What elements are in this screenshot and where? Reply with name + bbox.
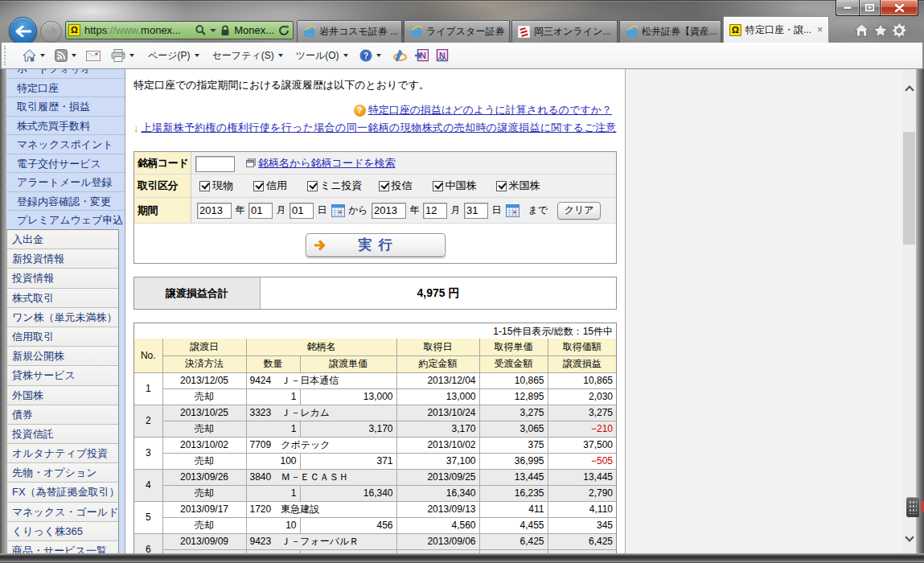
feeds-button[interactable]	[55, 49, 76, 62]
sidebar-service-item[interactable]: 投資信託	[7, 425, 118, 444]
checkbox-box[interactable]	[379, 181, 389, 191]
sidebar-account-item[interactable]: 登録内容確認・変更	[6, 192, 125, 212]
sidebar-service-item[interactable]: 外国株	[7, 386, 118, 405]
back-button[interactable]	[9, 17, 37, 45]
sidebar-account-item[interactable]: マネックスポイント	[6, 135, 125, 154]
mail-button[interactable]	[86, 51, 101, 61]
from-day-input[interactable]	[290, 203, 314, 219]
checkbox-box[interactable]	[433, 181, 443, 191]
favorites-button[interactable]	[873, 23, 888, 37]
sidebar-account-item[interactable]: アラートメール登録	[6, 173, 125, 192]
col-header-acq-amount: 取得価額	[548, 339, 616, 355]
close-button[interactable]	[880, 0, 918, 16]
from-month-input[interactable]	[248, 203, 273, 219]
tab-2[interactable]: ライブスター証券	[404, 20, 510, 43]
checkbox-box[interactable]	[307, 181, 318, 191]
checkbox-box[interactable]	[199, 181, 210, 191]
sidebar-service-item[interactable]: 債券	[7, 405, 118, 425]
record-row-top: 52013/09/171720 東急建設2013/09/134114,110	[134, 501, 616, 517]
tab-close-icon[interactable]: ×	[817, 25, 823, 35]
send-to-onenote-button[interactable]: N	[415, 49, 429, 62]
sidebar-account-item[interactable]: 電子交付サービス	[6, 154, 125, 174]
sidebar-service-item[interactable]: 先物・オプション	[7, 463, 118, 483]
col-header-acq-price: 取得単価	[479, 339, 548, 355]
execute-button[interactable]: 実 行	[306, 233, 446, 257]
monex-favicon: Ω	[729, 24, 741, 36]
checkbox-信用[interactable]: 信用	[253, 179, 287, 193]
certificate-name[interactable]: Monex...	[234, 24, 274, 36]
sidebar-service-item[interactable]: ワン株（単元未満株）	[7, 308, 118, 327]
from-year-input[interactable]	[197, 203, 232, 219]
safety-menu[interactable]: セーフティ(S)	[212, 49, 283, 63]
sidebar-account-item[interactable]: 株式売買手数料	[6, 117, 125, 136]
refresh-icon[interactable]	[278, 25, 290, 36]
sidebar-service-item[interactable]: 新投資情報	[7, 249, 118, 269]
tab-5-active[interactable]: Ω特定口座・譲...×	[723, 16, 829, 43]
cell-name: 1720 東急建設	[246, 501, 396, 517]
tab-3[interactable]: 岡三オンライン...	[511, 20, 618, 43]
scroll-up-arrow[interactable]	[905, 85, 914, 94]
maximize-button[interactable]	[859, 0, 880, 16]
sidebar-service-item[interactable]: FX（為替証拠金取引）	[7, 483, 118, 502]
page-menu[interactable]: ページ(P)	[148, 49, 199, 63]
sidebar-service-item[interactable]: 入出金	[7, 230, 118, 249]
edge-grip-widget[interactable]	[906, 497, 919, 517]
search-dropdown-caret[interactable]	[210, 29, 216, 32]
sidebar-account-item[interactable]: 取引履歴・損益	[6, 97, 125, 117]
code-input[interactable]	[195, 156, 235, 172]
checkbox-中国株[interactable]: 中国株	[433, 179, 477, 193]
cell-contract: 37,100	[396, 453, 479, 469]
forward-arrow-icon	[45, 27, 57, 36]
cell-pl	[548, 549, 616, 553]
sidebar-service-item[interactable]: 貸株サービス	[7, 366, 118, 385]
forward-button[interactable]	[40, 21, 62, 43]
sidebar-service-item[interactable]: オルタナティブ投資	[7, 444, 118, 463]
vertical-scrollbar[interactable]	[902, 69, 916, 553]
sidebar-service-item[interactable]: 信用取引	[7, 327, 118, 347]
sidebar-account-item[interactable]: ポートフォリオ	[6, 69, 125, 79]
minimize-button[interactable]	[836, 0, 859, 16]
address-url[interactable]: https://www.monex...	[84, 24, 181, 36]
notice-link[interactable]: 上場新株予約権の権利行使を行った場合の同一銘柄の現物株式の売却時の譲渡損益に関す…	[142, 121, 617, 135]
checkbox-米国株[interactable]: 米国株	[496, 179, 540, 193]
sidebar-account-item[interactable]: プレミアムウェブ申込	[6, 211, 125, 230]
clear-button[interactable]: クリア	[557, 202, 601, 220]
to-year-input[interactable]	[372, 203, 406, 219]
checkbox-投信[interactable]: 投信	[379, 179, 413, 193]
search-icon[interactable]	[195, 25, 206, 35]
record-row-bottom: 売却10037137,10036,995−505	[134, 453, 616, 469]
record-row-top: 32013/10/027709 クボテック2013/10/0237537,500	[134, 437, 616, 453]
address-bar[interactable]: Ω https://www.monex... Monex...	[65, 21, 294, 39]
home-button[interactable]	[854, 23, 869, 37]
sidebar-service-item[interactable]: 商品・サービス一覧	[7, 541, 118, 553]
to-day-input[interactable]	[464, 203, 488, 219]
checkbox-ミニ投資[interactable]: ミニ投資	[307, 179, 363, 193]
annotate-button[interactable]	[393, 49, 407, 62]
sidebar-service-item[interactable]: 株式取引	[7, 289, 118, 308]
settings-button[interactable]	[892, 23, 906, 38]
to-month-input[interactable]	[423, 203, 447, 219]
scrollbar-thumb[interactable]	[903, 132, 915, 245]
sidebar-service-item[interactable]: 投資情報	[7, 269, 118, 288]
to-calendar-icon[interactable]	[506, 204, 519, 217]
cell-contract: 4,560	[396, 517, 479, 533]
code-search-link[interactable]: 銘柄名から銘柄コードを検索	[258, 156, 396, 171]
home-menu-button[interactable]	[23, 49, 45, 62]
checkbox-box[interactable]	[496, 181, 507, 191]
tab-1[interactable]: 岩井コスモ証券 ...	[297, 20, 402, 43]
print-button[interactable]	[111, 49, 134, 62]
checkbox-box[interactable]	[253, 181, 264, 191]
help-menu[interactable]: ?	[359, 49, 381, 62]
sidebar-service-item[interactable]: くりっく株365	[7, 522, 118, 541]
help-link[interactable]: 特定口座の損益はどのように計算されるのですか？	[368, 103, 612, 117]
checkbox-現物[interactable]: 現物	[199, 179, 233, 193]
sidebar-service-item[interactable]: マネックス・ゴールド	[7, 503, 118, 522]
scroll-down-arrow[interactable]	[905, 532, 914, 541]
tab-4[interactable]: 松井証券【資産...	[619, 20, 721, 43]
command-bar-grip[interactable]	[4, 46, 7, 65]
onenote-linked-notes-button[interactable]: N	[436, 49, 449, 62]
sidebar-service-item[interactable]: 新規公開株	[7, 347, 118, 366]
sidebar-account-item[interactable]: 特定口座	[6, 79, 125, 98]
tools-menu[interactable]: ツール(O)	[296, 49, 348, 63]
from-calendar-icon[interactable]	[331, 204, 345, 217]
